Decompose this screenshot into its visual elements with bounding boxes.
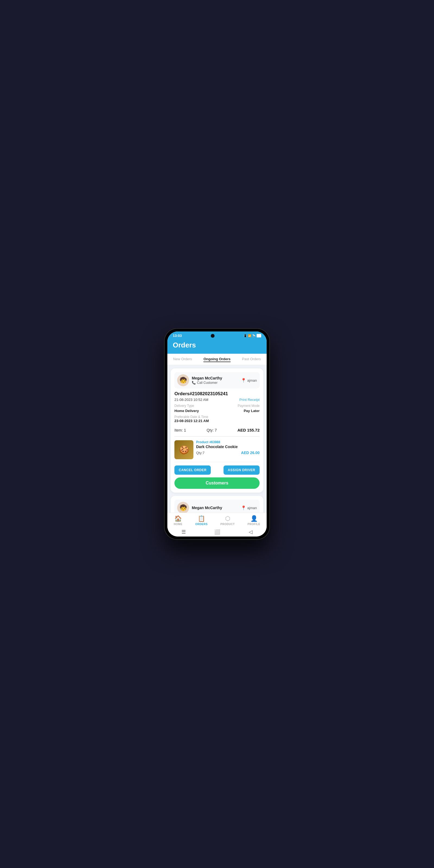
android-nav: ☰ ⬜ ◁ (167, 527, 267, 536)
delivery-type-value: Home Delivery (175, 409, 217, 413)
android-square-btn[interactable]: ⬜ (214, 529, 220, 535)
customer-header: 🧒 Megan McCarthy 📞 Call Customer 📍 ajman (175, 372, 259, 389)
location-badge: 📍 ajman (241, 378, 257, 383)
product-image: 🍪 (175, 440, 193, 459)
phone-icon: 📞 (192, 381, 196, 384)
customer-name-2: Megan McCarthy (192, 506, 238, 510)
product-qty-price: Qty:7 AED 26.00 (196, 451, 259, 455)
pref-section: Preferable Date & Time 23-08-2023 12:21 … (175, 415, 259, 423)
vibrate-icon: 📳 (244, 334, 247, 337)
orders-icon: 📋 (198, 515, 205, 522)
product-id: Product #63988 (196, 440, 259, 444)
delivery-type-label: Delivery Type (175, 404, 217, 408)
tab-new-orders[interactable]: New Orders (173, 356, 192, 362)
nav-profile-label: PROFILE (248, 523, 260, 526)
nav-product-label: PRODUCT (220, 523, 235, 526)
customers-button[interactable]: Customers (175, 477, 259, 489)
action-buttons: CANCEL ORDER ASSIGN DRIVER (175, 465, 259, 475)
avatar-2: 🧒 (177, 502, 189, 513)
order-datetime: 21-08-2023 10:52 AM (175, 398, 208, 402)
status-bar: 13:03 📳 📶 📡 29 (167, 332, 267, 339)
order-card-2: 🧒 Megan McCarthy 📍 ajman (170, 496, 264, 513)
product-name: Dark Chocolate Cookie (196, 444, 259, 449)
android-menu-btn[interactable]: ☰ (182, 529, 186, 535)
location-text: ajman (247, 378, 257, 382)
battery-icon: 29 (257, 334, 261, 337)
pref-value: 23-08-2023 12:21 AM (175, 419, 259, 423)
home-icon: 🏠 (175, 515, 182, 522)
pin-icon: 📍 (241, 378, 246, 383)
product-row: 🍪 Product #63988 Dark Chocolate Cookie Q… (175, 437, 259, 462)
nav-home[interactable]: 🏠 HOME (174, 515, 183, 526)
profile-icon: 👤 (250, 515, 258, 522)
cancel-order-button[interactable]: CANCEL ORDER (175, 465, 211, 475)
status-time: 13:03 (173, 334, 182, 338)
location-badge-2: 📍 ajman (241, 505, 257, 510)
android-back-btn[interactable]: ◁ (249, 529, 252, 535)
customer-header-2: 🧒 Megan McCarthy 📍 ajman (175, 500, 259, 513)
payment-mode-value: Pay Later (217, 409, 259, 413)
nav-profile[interactable]: 👤 PROFILE (248, 515, 260, 526)
order-total: AED 155.72 (237, 428, 259, 432)
app-header: Orders (167, 339, 267, 354)
order-card-1: 🧒 Megan McCarthy 📞 Call Customer 📍 ajman (170, 368, 264, 493)
tab-past-orders[interactable]: Past Orders (242, 356, 261, 362)
bottom-nav: 🏠 HOME 📋 ORDERS ⬡ PRODUCT 👤 PROFILE (167, 513, 267, 527)
page-title: Orders (173, 341, 261, 349)
summary-row: Item: 1 Qty: 7 AED 155.72 (175, 425, 259, 435)
print-receipt-btn[interactable]: Print Receipt (240, 398, 259, 402)
detail-grid: Delivery Type Payment Mode Home Delivery… (175, 404, 259, 413)
customer-info-2: Megan McCarthy (192, 506, 238, 510)
nav-home-label: HOME (174, 523, 183, 526)
nav-orders[interactable]: 📋 ORDERS (195, 515, 208, 526)
phone-frame: 13:03 📳 📶 📡 29 Orders New Orders Ongoing… (164, 328, 270, 540)
product-icon: ⬡ (225, 515, 230, 522)
customer-info: Megan McCarthy 📞 Call Customer (192, 376, 238, 384)
order-meta-row: 21-08-2023 10:52 AM Print Receipt (175, 398, 259, 402)
assign-driver-button[interactable]: ASSIGN DRIVER (223, 465, 259, 475)
pref-label: Preferable Date & Time (175, 415, 259, 419)
wifi-icon: 📶 (248, 334, 251, 337)
tabs-bar: New Orders Ongoing Orders Past Orders (167, 354, 267, 365)
nav-orders-label: ORDERS (195, 523, 208, 526)
product-qty: Qty:7 (196, 451, 205, 455)
pin-icon-2: 📍 (241, 505, 246, 510)
phone-screen: 13:03 📳 📶 📡 29 Orders New Orders Ongoing… (167, 332, 267, 536)
customer-name: Megan McCarthy (192, 376, 238, 380)
qty-count: Qty: 7 (207, 428, 217, 432)
payment-mode-label: Payment Mode (217, 404, 259, 408)
divider-1 (175, 436, 259, 436)
tab-ongoing-orders[interactable]: Ongoing Orders (204, 356, 230, 362)
avatar: 🧒 (177, 374, 189, 386)
call-customer[interactable]: 📞 Call Customer (192, 381, 238, 384)
signal-icon: 📡 (252, 334, 255, 337)
content-area: 🧒 Megan McCarthy 📞 Call Customer 📍 ajman (167, 365, 267, 513)
camera-notch (211, 334, 215, 338)
location-text-2: ajman (247, 506, 257, 510)
product-price: AED 26.00 (241, 451, 259, 455)
order-number: Orders#21082023105241 (175, 391, 259, 397)
status-icons: 📳 📶 📡 29 (244, 334, 261, 337)
nav-product[interactable]: ⬡ PRODUCT (220, 515, 235, 526)
item-count: Item: 1 (175, 428, 186, 432)
product-details: Product #63988 Dark Chocolate Cookie Qty… (196, 440, 259, 459)
